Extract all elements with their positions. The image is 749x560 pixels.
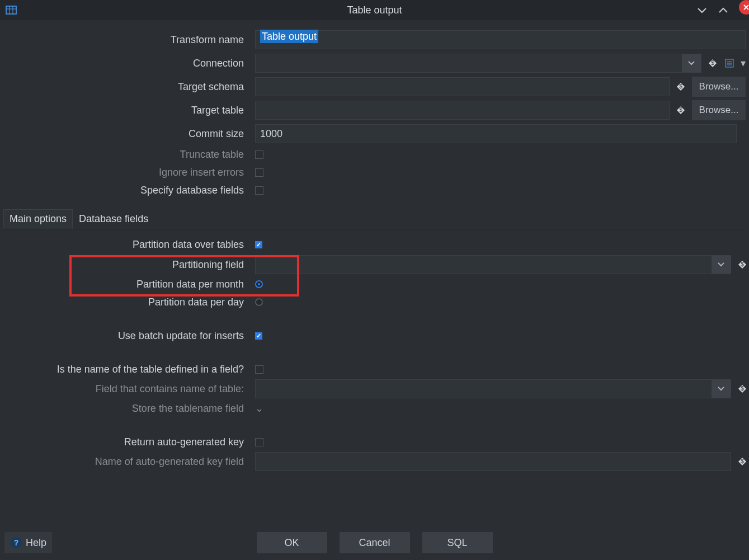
- variable-icon[interactable]: $: [675, 105, 686, 116]
- browse-schema-button[interactable]: Browse...: [692, 77, 746, 97]
- svg-text:$: $: [679, 107, 682, 113]
- svg-text:$: $: [741, 458, 744, 464]
- variable-icon[interactable]: $: [675, 81, 686, 92]
- help-icon: ?: [10, 537, 22, 549]
- specify-fields-checkbox[interactable]: [255, 186, 263, 195]
- svg-text:$: $: [741, 385, 744, 392]
- per-day-label: Partition data per day: [3, 297, 249, 308]
- field-contains-name-label: Field that contains name of table:: [3, 383, 249, 395]
- chevron-down-icon[interactable]: [712, 380, 731, 398]
- window-title: Table output: [0, 4, 749, 16]
- store-tablename-checkbox[interactable]: ⌄: [255, 402, 263, 415]
- return-autokey-checkbox[interactable]: [255, 438, 263, 446]
- svg-text:$: $: [679, 83, 682, 90]
- connection-combo[interactable]: [255, 54, 701, 73]
- store-tablename-label: Store the tablename field: [3, 403, 249, 415]
- ignore-errors-label: Ignore insert errors: [3, 167, 249, 178]
- ignore-errors-checkbox[interactable]: [255, 168, 263, 177]
- commit-size-input[interactable]: [255, 124, 737, 143]
- target-table-label: Target table: [3, 105, 249, 116]
- highlight-annotation: [69, 255, 299, 297]
- batch-update-checkbox[interactable]: [255, 332, 262, 340]
- tab-main-options[interactable]: Main options: [3, 209, 73, 229]
- target-schema-input[interactable]: [255, 77, 670, 96]
- app-icon: [6, 4, 17, 16]
- partition-over-tables-label: Partition data over tables: [3, 239, 249, 251]
- variable-icon[interactable]: $: [707, 58, 718, 69]
- transform-name-input[interactable]: Table output: [255, 30, 746, 49]
- svg-text:$: $: [741, 261, 744, 267]
- chevron-down-icon[interactable]: [682, 54, 701, 72]
- commit-size-label: Commit size: [3, 128, 249, 140]
- titlebar: Table output: [0, 0, 749, 20]
- name-in-field-checkbox[interactable]: [255, 365, 263, 374]
- transform-name-label: Transform name: [3, 34, 249, 46]
- batch-update-label: Use batch update for inserts: [3, 330, 249, 342]
- field-contains-name-combo[interactable]: [255, 379, 731, 398]
- help-button[interactable]: ? Help: [4, 532, 52, 553]
- tab-database-fields[interactable]: Database fields: [73, 209, 154, 229]
- minimize-button[interactable]: [696, 6, 708, 14]
- svg-rect-0: [6, 6, 16, 14]
- close-button[interactable]: [739, 0, 749, 15]
- list-icon[interactable]: [724, 58, 735, 69]
- return-autokey-label: Return auto-generated key: [3, 436, 249, 448]
- cancel-button[interactable]: Cancel: [340, 532, 410, 553]
- variable-icon[interactable]: $: [737, 456, 748, 467]
- specify-fields-label: Specify database fields: [3, 185, 249, 196]
- sql-button[interactable]: SQL: [422, 532, 493, 553]
- tabs: Main options Database fields: [3, 209, 746, 229]
- connection-label: Connection: [3, 58, 249, 69]
- browse-table-button[interactable]: Browse...: [692, 100, 746, 120]
- chevron-down-icon[interactable]: [712, 256, 731, 274]
- variable-icon[interactable]: $: [737, 383, 748, 394]
- target-table-input[interactable]: [255, 101, 670, 120]
- svg-text:$: $: [711, 60, 714, 66]
- name-in-field-label: Is the name of the table defined in a fi…: [3, 364, 249, 375]
- variable-icon[interactable]: $: [737, 259, 748, 270]
- partition-over-tables-checkbox[interactable]: [255, 241, 262, 248]
- help-label: Help: [26, 537, 46, 549]
- ok-button[interactable]: OK: [257, 532, 327, 553]
- target-schema-label: Target schema: [3, 81, 249, 93]
- partitioning-field-combo[interactable]: [255, 255, 731, 274]
- truncate-label: Truncate table: [3, 149, 249, 161]
- autokey-field-input[interactable]: [255, 452, 731, 471]
- truncate-checkbox[interactable]: [255, 150, 263, 159]
- dropdown-caret-icon[interactable]: ▾: [741, 57, 746, 69]
- per-day-radio[interactable]: [255, 298, 263, 306]
- autokey-field-label: Name of auto-generated key field: [3, 456, 249, 468]
- maximize-button[interactable]: [718, 6, 729, 14]
- svg-text:?: ?: [14, 538, 19, 547]
